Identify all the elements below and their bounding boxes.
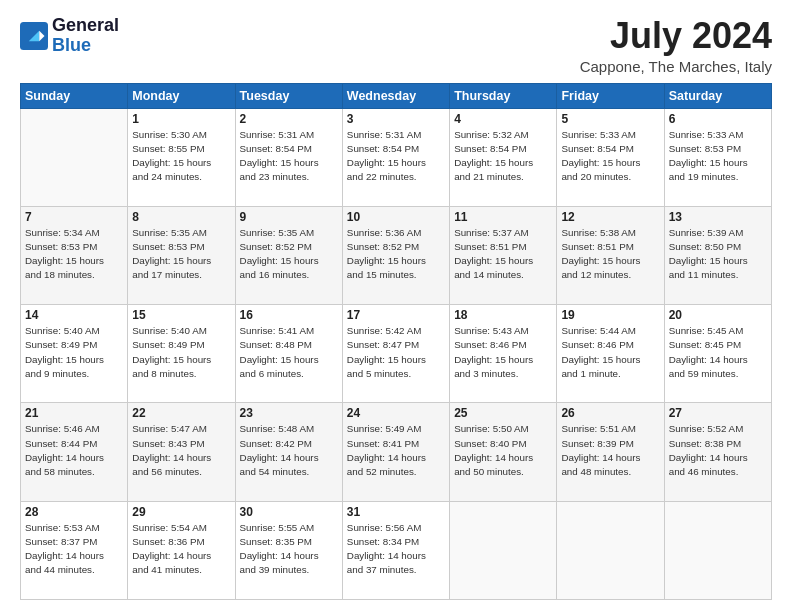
day-number: 26 [561, 406, 659, 420]
day-number: 29 [132, 505, 230, 519]
day-info: Sunrise: 5:32 AM Sunset: 8:54 PM Dayligh… [454, 128, 552, 185]
day-info: Sunrise: 5:47 AM Sunset: 8:43 PM Dayligh… [132, 422, 230, 479]
day-info: Sunrise: 5:31 AM Sunset: 8:54 PM Dayligh… [240, 128, 338, 185]
logo-line1: General [52, 16, 119, 36]
calendar-cell: 22Sunrise: 5:47 AM Sunset: 8:43 PM Dayli… [128, 403, 235, 501]
day-info: Sunrise: 5:44 AM Sunset: 8:46 PM Dayligh… [561, 324, 659, 381]
calendar-cell: 19Sunrise: 5:44 AM Sunset: 8:46 PM Dayli… [557, 305, 664, 403]
logo-text: General Blue [52, 16, 119, 56]
calendar-cell: 17Sunrise: 5:42 AM Sunset: 8:47 PM Dayli… [342, 305, 449, 403]
day-info: Sunrise: 5:39 AM Sunset: 8:50 PM Dayligh… [669, 226, 767, 283]
day-info: Sunrise: 5:37 AM Sunset: 8:51 PM Dayligh… [454, 226, 552, 283]
day-info: Sunrise: 5:40 AM Sunset: 8:49 PM Dayligh… [132, 324, 230, 381]
calendar-cell: 5Sunrise: 5:33 AM Sunset: 8:54 PM Daylig… [557, 108, 664, 206]
day-number: 22 [132, 406, 230, 420]
calendar-week-row: 7Sunrise: 5:34 AM Sunset: 8:53 PM Daylig… [21, 206, 772, 304]
day-number: 14 [25, 308, 123, 322]
day-number: 10 [347, 210, 445, 224]
day-number: 27 [669, 406, 767, 420]
calendar-header-row: SundayMondayTuesdayWednesdayThursdayFrid… [21, 83, 772, 108]
day-number: 6 [669, 112, 767, 126]
day-number: 13 [669, 210, 767, 224]
calendar-cell [664, 501, 771, 599]
calendar-cell: 3Sunrise: 5:31 AM Sunset: 8:54 PM Daylig… [342, 108, 449, 206]
logo: General Blue [20, 16, 119, 56]
day-number: 25 [454, 406, 552, 420]
day-number: 5 [561, 112, 659, 126]
calendar-cell: 26Sunrise: 5:51 AM Sunset: 8:39 PM Dayli… [557, 403, 664, 501]
col-header-sunday: Sunday [21, 83, 128, 108]
day-number: 19 [561, 308, 659, 322]
day-number: 4 [454, 112, 552, 126]
day-info: Sunrise: 5:30 AM Sunset: 8:55 PM Dayligh… [132, 128, 230, 185]
day-number: 23 [240, 406, 338, 420]
day-number: 9 [240, 210, 338, 224]
day-info: Sunrise: 5:33 AM Sunset: 8:54 PM Dayligh… [561, 128, 659, 185]
calendar-week-row: 28Sunrise: 5:53 AM Sunset: 8:37 PM Dayli… [21, 501, 772, 599]
day-info: Sunrise: 5:49 AM Sunset: 8:41 PM Dayligh… [347, 422, 445, 479]
calendar-cell: 31Sunrise: 5:56 AM Sunset: 8:34 PM Dayli… [342, 501, 449, 599]
day-info: Sunrise: 5:31 AM Sunset: 8:54 PM Dayligh… [347, 128, 445, 185]
calendar-cell: 7Sunrise: 5:34 AM Sunset: 8:53 PM Daylig… [21, 206, 128, 304]
calendar-cell: 6Sunrise: 5:33 AM Sunset: 8:53 PM Daylig… [664, 108, 771, 206]
calendar-cell: 23Sunrise: 5:48 AM Sunset: 8:42 PM Dayli… [235, 403, 342, 501]
day-info: Sunrise: 5:38 AM Sunset: 8:51 PM Dayligh… [561, 226, 659, 283]
col-header-friday: Friday [557, 83, 664, 108]
day-info: Sunrise: 5:48 AM Sunset: 8:42 PM Dayligh… [240, 422, 338, 479]
calendar-cell: 27Sunrise: 5:52 AM Sunset: 8:38 PM Dayli… [664, 403, 771, 501]
day-info: Sunrise: 5:40 AM Sunset: 8:49 PM Dayligh… [25, 324, 123, 381]
day-info: Sunrise: 5:43 AM Sunset: 8:46 PM Dayligh… [454, 324, 552, 381]
day-info: Sunrise: 5:51 AM Sunset: 8:39 PM Dayligh… [561, 422, 659, 479]
calendar-cell: 18Sunrise: 5:43 AM Sunset: 8:46 PM Dayli… [450, 305, 557, 403]
calendar-cell: 8Sunrise: 5:35 AM Sunset: 8:53 PM Daylig… [128, 206, 235, 304]
logo-line2: Blue [52, 36, 119, 56]
calendar-cell: 21Sunrise: 5:46 AM Sunset: 8:44 PM Dayli… [21, 403, 128, 501]
day-info: Sunrise: 5:54 AM Sunset: 8:36 PM Dayligh… [132, 521, 230, 578]
calendar-cell: 29Sunrise: 5:54 AM Sunset: 8:36 PM Dayli… [128, 501, 235, 599]
day-number: 31 [347, 505, 445, 519]
day-number: 3 [347, 112, 445, 126]
calendar-cell [557, 501, 664, 599]
day-number: 24 [347, 406, 445, 420]
calendar-week-row: 1Sunrise: 5:30 AM Sunset: 8:55 PM Daylig… [21, 108, 772, 206]
day-number: 18 [454, 308, 552, 322]
title-block: July 2024 Cappone, The Marches, Italy [580, 16, 772, 75]
day-info: Sunrise: 5:46 AM Sunset: 8:44 PM Dayligh… [25, 422, 123, 479]
month-title: July 2024 [580, 16, 772, 56]
day-number: 15 [132, 308, 230, 322]
calendar-cell: 14Sunrise: 5:40 AM Sunset: 8:49 PM Dayli… [21, 305, 128, 403]
calendar-cell: 16Sunrise: 5:41 AM Sunset: 8:48 PM Dayli… [235, 305, 342, 403]
logo-icon [20, 22, 48, 50]
day-info: Sunrise: 5:56 AM Sunset: 8:34 PM Dayligh… [347, 521, 445, 578]
day-info: Sunrise: 5:52 AM Sunset: 8:38 PM Dayligh… [669, 422, 767, 479]
calendar-cell: 15Sunrise: 5:40 AM Sunset: 8:49 PM Dayli… [128, 305, 235, 403]
day-number: 7 [25, 210, 123, 224]
calendar-cell: 13Sunrise: 5:39 AM Sunset: 8:50 PM Dayli… [664, 206, 771, 304]
col-header-monday: Monday [128, 83, 235, 108]
day-info: Sunrise: 5:35 AM Sunset: 8:53 PM Dayligh… [132, 226, 230, 283]
day-number: 30 [240, 505, 338, 519]
day-number: 8 [132, 210, 230, 224]
calendar-cell: 4Sunrise: 5:32 AM Sunset: 8:54 PM Daylig… [450, 108, 557, 206]
day-info: Sunrise: 5:41 AM Sunset: 8:48 PM Dayligh… [240, 324, 338, 381]
calendar-cell: 24Sunrise: 5:49 AM Sunset: 8:41 PM Dayli… [342, 403, 449, 501]
calendar-cell: 25Sunrise: 5:50 AM Sunset: 8:40 PM Dayli… [450, 403, 557, 501]
calendar-table: SundayMondayTuesdayWednesdayThursdayFrid… [20, 83, 772, 600]
day-info: Sunrise: 5:55 AM Sunset: 8:35 PM Dayligh… [240, 521, 338, 578]
calendar-cell: 11Sunrise: 5:37 AM Sunset: 8:51 PM Dayli… [450, 206, 557, 304]
day-info: Sunrise: 5:35 AM Sunset: 8:52 PM Dayligh… [240, 226, 338, 283]
day-info: Sunrise: 5:34 AM Sunset: 8:53 PM Dayligh… [25, 226, 123, 283]
calendar-week-row: 14Sunrise: 5:40 AM Sunset: 8:49 PM Dayli… [21, 305, 772, 403]
day-number: 1 [132, 112, 230, 126]
calendar-cell [21, 108, 128, 206]
day-info: Sunrise: 5:33 AM Sunset: 8:53 PM Dayligh… [669, 128, 767, 185]
day-info: Sunrise: 5:53 AM Sunset: 8:37 PM Dayligh… [25, 521, 123, 578]
day-number: 20 [669, 308, 767, 322]
day-info: Sunrise: 5:45 AM Sunset: 8:45 PM Dayligh… [669, 324, 767, 381]
col-header-tuesday: Tuesday [235, 83, 342, 108]
calendar-cell: 28Sunrise: 5:53 AM Sunset: 8:37 PM Dayli… [21, 501, 128, 599]
page: General Blue July 2024 Cappone, The Marc… [0, 0, 792, 612]
day-number: 2 [240, 112, 338, 126]
day-info: Sunrise: 5:36 AM Sunset: 8:52 PM Dayligh… [347, 226, 445, 283]
day-number: 11 [454, 210, 552, 224]
